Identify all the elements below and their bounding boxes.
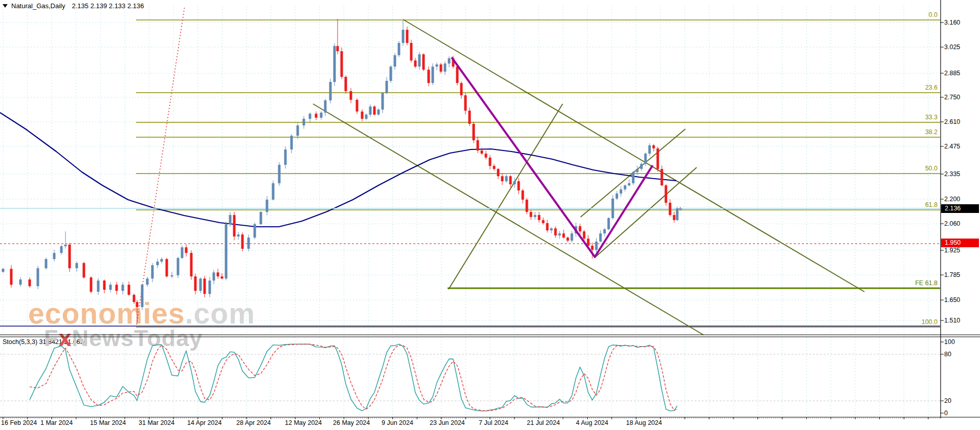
price-axis-label: 2.750 <box>944 94 960 101</box>
stoch-scale-label: 100 <box>944 338 955 346</box>
price-axis-label: 1.925 <box>944 247 960 254</box>
stoch-scale-label: 20 <box>944 397 951 404</box>
fib-level-label: 0.0 <box>929 11 938 18</box>
price-axis-label: 1.650 <box>944 296 960 304</box>
symbol-dropdown-icon[interactable] <box>3 4 8 8</box>
date-axis-label: 23 Jun 2024 <box>430 419 465 426</box>
date-axis-label: 16 Feb 2024 <box>1 419 37 426</box>
date-axis-label: 4 Aug 2024 <box>576 419 608 426</box>
date-axis-label: 7 Jul 2024 <box>479 419 508 426</box>
date-axis-label: 14 Apr 2024 <box>187 419 221 426</box>
price-axis-label: 2.060 <box>944 220 960 227</box>
date-axis-label: 18 Aug 2024 <box>626 419 662 426</box>
chart-canvas[interactable] <box>0 0 980 430</box>
price-axis-label: 2.335 <box>944 170 960 178</box>
price-axis-label: 2.475 <box>944 143 960 150</box>
fib-level-label: 33.3 <box>925 114 938 121</box>
fib-expansion-label: FE 61.8 <box>915 280 938 287</box>
date-axis-label: 31 Mar 2024 <box>139 419 174 426</box>
fib-level-label: 50.0 <box>925 165 938 172</box>
order-price-badge: 1.950 <box>941 239 979 247</box>
stoch-scale-label: 0 <box>944 410 948 417</box>
date-axis-label: 15 Mar 2024 <box>90 419 126 426</box>
price-axis-label: 2.885 <box>944 70 960 77</box>
price-axis-label: 3.025 <box>944 44 960 51</box>
price-axis-label: 1.785 <box>944 271 960 278</box>
date-axis-label: 1 Mar 2024 <box>40 419 73 426</box>
fib-level-label: 61.8 <box>925 201 938 208</box>
price-axis-label: 3.160 <box>944 19 960 26</box>
date-axis-label: 12 May 2024 <box>285 419 322 426</box>
stoch-scale-label: 80 <box>944 351 951 358</box>
price-axis-label: 1.510 <box>944 317 960 324</box>
date-axis-label: 28 Apr 2024 <box>236 419 271 426</box>
fib-level-label: 100.0 <box>922 318 938 326</box>
fib-level-label: 38.2 <box>925 128 938 136</box>
chart-title-bar: Natural_Gas,Daily 2.135 2.139 2.133 2.13… <box>3 2 144 10</box>
date-axis-label: 21 Jul 2024 <box>527 419 560 426</box>
date-axis-label: 9 Jun 2024 <box>382 419 413 426</box>
price-axis-label: 2.610 <box>944 118 960 125</box>
fib-level-label: 23.6 <box>925 84 938 91</box>
current-price-badge: 2.136 <box>941 204 979 213</box>
price-axis-label: 2.200 <box>944 196 960 203</box>
ohlc-values: 2.135 2.139 2.133 2.136 <box>72 2 144 10</box>
trading-platform-window: economies.com FxNewsToday Natural_Gas,Da… <box>0 0 980 430</box>
symbol-period-label: Natural_Gas,Daily <box>11 2 65 10</box>
date-axis-label: 26 May 2024 <box>333 419 370 426</box>
